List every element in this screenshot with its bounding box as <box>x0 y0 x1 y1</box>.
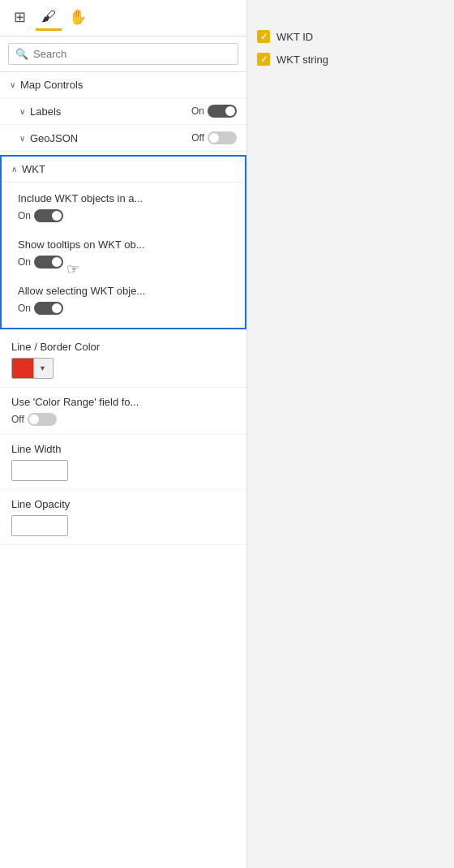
color-dropdown-arrow-icon: ▼ <box>33 359 51 378</box>
labels-toggle-wrap: On <box>191 105 237 118</box>
wkt-include-label: Include WKT objects in a... <box>18 192 232 204</box>
wkt-string-checkbox-item[interactable]: WKT string <box>257 50 444 68</box>
labels-toggle-label: On <box>191 105 204 117</box>
line-opacity-input[interactable]: 70 <box>12 518 68 534</box>
line-border-color-label: Line / Border Color <box>11 341 235 353</box>
cursor-pointer-icon: ☞ <box>66 260 79 278</box>
search-box: 🔍 <box>8 43 238 65</box>
geojson-label: GeoJSON <box>30 132 191 144</box>
color-range-toggle-wrap: Off <box>11 413 235 426</box>
search-icon: 🔍 <box>15 48 28 60</box>
left-panel: ⊞ 🖌 ✋ 🔍 ∨ Map Controls ∨ Labels On ∨ Geo… <box>0 0 247 868</box>
search-container: 🔍 <box>0 37 246 72</box>
wkt-option-select: Allow selecting WKT obje... On <box>2 278 245 324</box>
labels-label: Labels <box>30 105 191 118</box>
geojson-toggle-label: Off <box>191 132 204 144</box>
geojson-toggle-wrap: Off <box>191 131 237 144</box>
right-panel: WKT ID WKT string <box>247 0 454 868</box>
wkt-id-checkbox[interactable] <box>257 30 270 43</box>
line-border-color-section: Line / Border Color ▼ <box>0 333 246 388</box>
labels-item[interactable]: ∨ Labels On <box>0 98 246 125</box>
geojson-chevron: ∨ <box>19 134 25 143</box>
grid-icon[interactable]: ⊞ <box>6 5 32 31</box>
wkt-chevron: ∧ <box>11 165 17 174</box>
wkt-select-toggle-row: On <box>18 300 232 321</box>
line-width-input-wrap: 1 ▲ ▼ <box>11 460 68 481</box>
line-opacity-section: Line Opacity 70 ▲ ▼ <box>0 490 246 545</box>
wkt-id-checkbox-item[interactable]: WKT ID <box>257 28 444 45</box>
geojson-toggle[interactable] <box>208 131 237 144</box>
wkt-select-label: Allow selecting WKT obje... <box>18 285 232 297</box>
wkt-content: Include WKT objects in a... On Show tool… <box>2 183 245 328</box>
color-picker-button[interactable]: ▼ <box>11 358 54 379</box>
map-controls-chevron: ∨ <box>10 80 15 89</box>
line-width-label: Line Width <box>11 443 235 455</box>
wkt-tooltips-toggle[interactable] <box>34 256 63 269</box>
wkt-tooltips-toggle-label: On <box>18 256 31 268</box>
labels-chevron: ∨ <box>19 107 25 116</box>
map-controls-item[interactable]: ∨ Map Controls <box>0 72 246 98</box>
wkt-header[interactable]: ∧ WKT <box>2 157 245 183</box>
gesture-icon[interactable]: ✋ <box>65 5 91 31</box>
wkt-string-label: WKT string <box>276 54 328 66</box>
line-width-section: Line Width 1 ▲ ▼ <box>0 435 246 490</box>
wkt-include-toggle-label: On <box>18 210 31 221</box>
wkt-include-toggle-row: On <box>18 208 232 229</box>
wkt-select-toggle[interactable] <box>34 302 63 315</box>
wkt-select-toggle-label: On <box>18 303 31 314</box>
labels-toggle[interactable] <box>208 105 237 118</box>
color-range-toggle[interactable] <box>28 413 57 426</box>
wkt-string-checkbox[interactable] <box>257 53 270 66</box>
wkt-include-toggle[interactable] <box>34 209 63 222</box>
wkt-section: ∧ WKT Include WKT objects in a... On Sho… <box>0 155 246 329</box>
paint-icon[interactable]: 🖌 <box>36 5 62 31</box>
color-swatch <box>12 359 33 378</box>
wkt-option-tooltips: Show tooltips on WKT ob... On ☞ <box>2 232 245 278</box>
wkt-tooltips-toggle-row: On ☞ <box>18 254 232 275</box>
color-range-toggle-label: Off <box>11 414 24 425</box>
color-range-label: Use 'Color Range' field fo... <box>11 396 235 408</box>
color-range-section: Use 'Color Range' field fo... Off <box>0 388 246 435</box>
geojson-item[interactable]: ∨ GeoJSON Off <box>0 125 246 152</box>
wkt-option-include: Include WKT objects in a... On <box>2 186 245 232</box>
search-input[interactable] <box>33 48 231 60</box>
wkt-label: WKT <box>22 163 45 175</box>
map-controls-label: Map Controls <box>20 79 237 91</box>
line-opacity-label: Line Opacity <box>11 498 235 510</box>
wkt-id-label: WKT ID <box>276 31 313 43</box>
toolbar: ⊞ 🖌 ✋ <box>0 0 246 37</box>
line-opacity-input-wrap: 70 ▲ ▼ <box>11 515 68 536</box>
line-width-input[interactable]: 1 <box>12 463 68 479</box>
wkt-tooltips-label: Show tooltips on WKT ob... <box>18 238 232 251</box>
